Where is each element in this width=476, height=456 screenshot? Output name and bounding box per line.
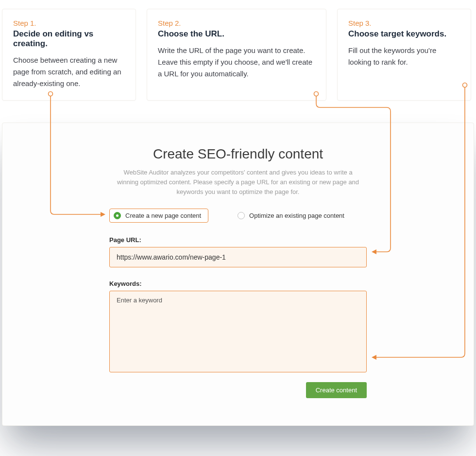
step-3-label: Step 3.: [348, 19, 460, 27]
keywords-label: Keywords:: [109, 280, 367, 287]
step-1-title: Decide on editing vs creating.: [13, 29, 125, 49]
panel-title: Create SEO-friendly content: [109, 146, 367, 162]
page-url-input[interactable]: [109, 247, 367, 267]
page-url-label: Page URL:: [109, 236, 367, 244]
radio-icon: [238, 212, 245, 219]
step-card-3: Step 3. Choose target keywords. Fill out…: [337, 9, 471, 101]
step-1-desc: Choose between creating a new page from …: [13, 54, 125, 89]
panel-subtitle: WebSite Auditor analyzes your competitor…: [109, 168, 367, 197]
step-2-title: Choose the URL.: [158, 29, 315, 39]
step-card-1: Step 1. Decide on editing vs creating. C…: [2, 9, 136, 101]
main-panel: Create SEO-friendly content WebSite Audi…: [2, 123, 474, 426]
step-3-title: Choose target keywords.: [348, 29, 460, 39]
radio-icon: [114, 212, 121, 219]
radio-optimize-existing[interactable]: Optimize an existing page content: [238, 212, 344, 219]
step-1-label: Step 1.: [13, 19, 125, 27]
create-content-button[interactable]: Create content: [306, 382, 367, 398]
keywords-input[interactable]: [109, 291, 367, 372]
step-card-2: Step 2. Choose the URL. Write the URL of…: [147, 9, 326, 101]
radio-create-new[interactable]: Create a new page content: [109, 209, 208, 223]
step-2-label: Step 2.: [158, 19, 315, 27]
step-3-desc: Fill out the keywords you're looking to …: [348, 45, 460, 68]
radio-optimize-label: Optimize an existing page content: [249, 212, 344, 219]
step-2-desc: Write the URL of the page you want to cr…: [158, 45, 315, 80]
radio-create-label: Create a new page content: [125, 212, 201, 219]
